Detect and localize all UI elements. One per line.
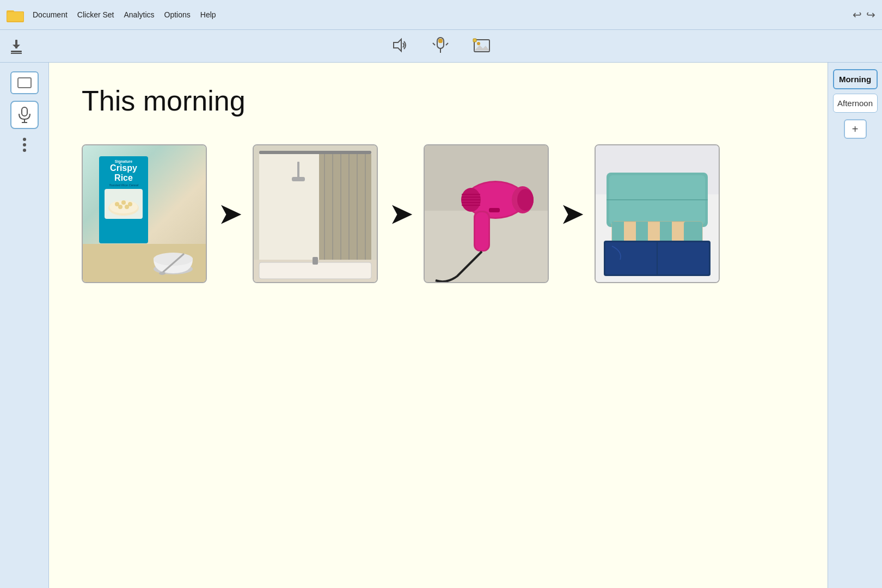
menu-document[interactable]: Document [33, 10, 68, 19]
menu-analytics[interactable]: Analytics [124, 10, 155, 19]
card-hairdryer[interactable] [424, 144, 549, 283]
card-cereal[interactable]: Signature CrispyRice Toasted Rice Cereal [82, 144, 207, 283]
menu-items: Document Clicker Set Analytics Options H… [33, 10, 216, 19]
toolbar-left [9, 38, 24, 55]
toolbar [0, 30, 882, 63]
undo-button[interactable]: ↩ [853, 8, 862, 21]
card-hairdryer-bg [425, 145, 548, 282]
svg-rect-46 [259, 262, 371, 279]
title-bar: Document Clicker Set Analytics Options H… [0, 0, 882, 30]
svg-marker-16 [474, 45, 489, 51]
svg-line-13 [446, 43, 448, 45]
title-bar-right: ↩ ↪ [853, 8, 875, 21]
svg-point-28 [125, 205, 129, 209]
main-area: This morning Signature CrispyRice Toaste… [0, 63, 882, 588]
svg-rect-17 [473, 39, 476, 42]
svg-rect-72 [636, 222, 648, 243]
dot-3 [23, 149, 26, 152]
svg-rect-35 [259, 151, 371, 154]
svg-point-25 [121, 200, 126, 205]
svg-marker-6 [13, 45, 20, 48]
svg-rect-73 [660, 222, 672, 243]
svg-rect-4 [11, 51, 22, 52]
svg-rect-43 [297, 162, 299, 178]
svg-rect-71 [612, 222, 624, 243]
undo-redo-group: ↩ ↪ [853, 8, 875, 21]
menu-help[interactable]: Help [200, 10, 216, 19]
redo-button[interactable]: ↪ [866, 8, 875, 21]
menu-clicker-set[interactable]: Clicker Set [77, 10, 114, 19]
dot-2 [23, 143, 26, 146]
svg-point-15 [477, 42, 480, 45]
microphone-button[interactable] [10, 101, 39, 129]
image-button[interactable] [472, 35, 492, 57]
card-cereal-bg: Signature CrispyRice Toasted Rice Cereal [83, 145, 206, 282]
card-clothes[interactable] [595, 144, 720, 283]
arrow-2: ➤ [390, 199, 412, 229]
svg-rect-3 [7, 12, 23, 21]
right-panel: Morning Afternoon + [828, 63, 882, 588]
svg-rect-19 [22, 107, 27, 116]
svg-rect-74 [684, 222, 702, 243]
toolbar-center [390, 35, 492, 57]
export-button[interactable] [9, 38, 24, 55]
card-bathroom[interactable] [253, 144, 378, 283]
card-clothes-bg [596, 145, 719, 282]
svg-rect-62 [489, 208, 500, 212]
add-tab-button[interactable]: + [844, 119, 867, 139]
slide-title: This morning [82, 84, 795, 117]
pointer-button[interactable] [431, 35, 450, 57]
dot-1 [23, 138, 26, 141]
svg-rect-44 [292, 177, 305, 181]
svg-point-32 [159, 272, 166, 275]
menu-options[interactable]: Options [164, 10, 191, 19]
svg-point-53 [517, 189, 534, 211]
tab-afternoon[interactable]: Afternoon [833, 94, 878, 113]
svg-rect-36 [319, 154, 371, 260]
more-options-button[interactable] [23, 138, 26, 152]
svg-rect-47 [313, 257, 318, 265]
sound-button[interactable] [390, 36, 409, 57]
svg-marker-8 [394, 39, 401, 51]
content-area: This morning Signature CrispyRice Toaste… [49, 63, 828, 588]
svg-rect-55 [475, 212, 488, 250]
card-bathroom-bg [254, 145, 377, 282]
placeholder-button[interactable] [10, 71, 39, 94]
arrow-3: ➤ [561, 199, 583, 229]
left-panel [0, 63, 49, 588]
arrow-1: ➤ [219, 199, 241, 229]
title-bar-left: Document Clicker Set Analytics Options H… [7, 7, 216, 22]
tab-morning[interactable]: Morning [833, 69, 878, 89]
svg-rect-18 [18, 78, 31, 88]
folder-icon[interactable] [7, 7, 24, 22]
svg-point-27 [118, 205, 122, 209]
svg-line-12 [433, 43, 435, 45]
cards-row: Signature CrispyRice Toasted Rice Cereal [82, 144, 795, 283]
svg-rect-10 [438, 39, 443, 43]
